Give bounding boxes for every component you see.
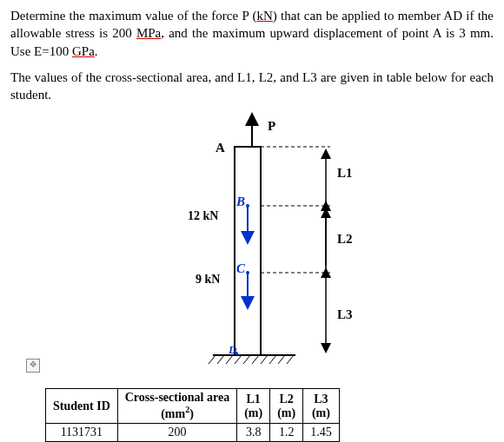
label-P: P [268,119,275,134]
svg-line-8 [252,355,259,364]
svg-line-3 [209,355,216,364]
problem-paragraph-2: The values of the cross-sectional area, … [10,69,494,104]
th-L1: L1 (m) [237,389,270,424]
force-9kn: 9 kN [196,273,220,287]
svg-line-7 [243,355,250,364]
svg-line-11 [278,355,285,364]
label-B: B [236,195,245,209]
p1f: GPa [72,44,95,58]
td-L3: 1.45 [303,423,340,441]
th-area-unit: (mm2) [125,405,229,421]
th-L3-t: L3 [310,393,332,406]
td-L2: 1.2 [270,423,303,441]
student-table: Student ID Cross-sectional area (mm2) L1… [45,388,340,442]
th-L1-u: (m) [244,406,262,420]
svg-line-4 [217,355,224,364]
td-L1: 3.8 [237,423,270,441]
th-area-b: (mm [161,407,185,420]
th-L1-t: L1 [244,393,262,406]
th-L2-t: L2 [277,393,295,406]
th-area-a: Cross-sectional area [125,391,229,405]
svg-line-12 [287,355,294,364]
diagram-svg [113,112,391,381]
p1b: kN [257,9,273,23]
force-12kn: 12 kN [188,209,218,223]
th-area: Cross-sectional area (mm2) [117,389,236,424]
svg-line-9 [261,355,268,364]
th-area-c: ) [189,407,194,420]
svg-rect-0 [235,147,261,355]
td-area: 200 [117,423,236,441]
label-A: A [216,141,225,155]
th-L2: L2 (m) [270,389,303,424]
problem-paragraph-1: Determine the maximum value of the force… [10,7,494,60]
p1g: . [95,44,98,58]
th-L3-u: (m) [310,406,332,420]
svg-line-10 [269,355,276,364]
label-L3: L3 [337,307,353,322]
td-id: 1131731 [46,423,118,441]
label-D: D [229,343,236,357]
move-handle-icon[interactable]: ✥ [26,359,40,373]
diagram: P A B C D L1 L2 L3 12 kN 9 kN [113,112,391,381]
th-L3: L3 (m) [303,389,340,424]
label-C: C [236,261,245,276]
th-L2-u: (m) [277,406,295,420]
table-header-row: Student ID Cross-sectional area (mm2) L1… [46,389,340,424]
th-student-text: Student ID [53,399,110,413]
th-student: Student ID [46,389,118,424]
label-L2: L2 [337,232,353,247]
p1a: Determine the maximum value of the force… [10,9,257,23]
label-L1: L1 [337,166,353,181]
table-row: 1131731 200 3.8 1.2 1.45 [46,423,340,441]
p1d: MPa [136,26,161,40]
